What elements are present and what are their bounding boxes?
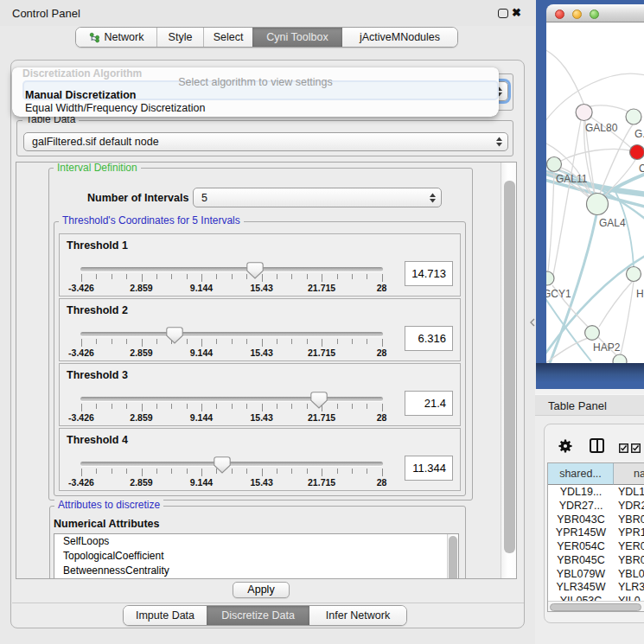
graph-node[interactable] [630, 145, 644, 160]
column-header[interactable]: na [614, 463, 644, 485]
apply-button[interactable]: Apply [233, 582, 290, 598]
graph-edge[interactable] [553, 120, 581, 275]
numerical-attributes-list[interactable]: SelfLoopsTopologicalCoefficientBetweenne… [54, 533, 459, 579]
slider-thumb[interactable] [214, 456, 231, 474]
table-cell[interactable]: YBR043C [548, 513, 614, 526]
table-cell[interactable]: YER054C [548, 540, 614, 552]
list-scrollbar-thumb[interactable] [449, 536, 457, 579]
settings-scrollbar[interactable] [501, 163, 517, 579]
tab-style[interactable]: Style [157, 28, 204, 47]
table-hscrollbar-thumb[interactable] [550, 603, 641, 611]
number-of-intervals-combo[interactable]: 5 [193, 188, 442, 207]
network-icon [89, 32, 100, 43]
graph-edge[interactable] [548, 172, 554, 271]
mode-tab-infer-network[interactable]: Infer Network [309, 606, 406, 625]
list-scrollbar[interactable] [447, 534, 458, 579]
slider-track[interactable] [80, 267, 383, 271]
tick-mark [232, 339, 233, 344]
popup-item[interactable]: Manual Discretization [12, 89, 499, 102]
graph-edge[interactable] [546, 48, 584, 105]
table-cell[interactable]: YDR27... [548, 500, 614, 512]
mode-tab-impute-data[interactable]: Impute Data [124, 606, 207, 625]
checkbox-icon[interactable] [631, 441, 641, 450]
tick-mark [112, 339, 112, 344]
slider-track[interactable] [80, 462, 383, 466]
split-view-icon[interactable] [590, 438, 604, 453]
tab-select[interactable]: Select [204, 28, 252, 47]
graph-node[interactable] [627, 267, 641, 282]
graph-node[interactable] [626, 109, 641, 124]
table-cell[interactable]: YER0 [618, 540, 644, 552]
settings-scrollbar-thumb[interactable] [504, 181, 515, 553]
tab-jactivemnodules[interactable]: jActiveMNodules [342, 28, 457, 47]
threshold-panel: Threshold 1-3.4262.8599.14415.4321.71528… [59, 233, 461, 296]
mode-tab-label: Infer Network [326, 609, 390, 622]
slider-thumb[interactable] [310, 392, 328, 409]
tick-label: 9.144 [190, 477, 213, 488]
popup-prompt[interactable]: Select algorithm to view settings [12, 76, 499, 89]
tick-label: 15.43 [250, 412, 272, 423]
tick-mark [142, 404, 143, 411]
list-item[interactable]: TopologicalCoefficient [54, 549, 458, 564]
table-cell[interactable]: YBR045C [548, 554, 614, 566]
graph-node[interactable] [585, 326, 600, 341]
float-window-icon[interactable] [498, 9, 508, 18]
graph-edge[interactable] [546, 337, 591, 363]
table-cell[interactable]: YBL0 [618, 568, 644, 580]
table-cell[interactable]: YLR3 [618, 581, 644, 593]
tick-mark [156, 339, 157, 344]
gear-icon[interactable] [558, 439, 572, 456]
tab-network[interactable]: Network [76, 28, 157, 47]
table-cell[interactable]: YPR145W [548, 526, 614, 539]
tick-mark [307, 404, 308, 409]
table-cell[interactable]: YDL1 [618, 486, 644, 498]
table-cell[interactable]: YDL19... [548, 486, 614, 498]
tick-label: 9.144 [190, 348, 213, 358]
graph-node[interactable] [547, 157, 562, 172]
tick-label: 2.859 [130, 477, 152, 488]
traffic-minimize-icon[interactable] [572, 10, 582, 19]
table-cell[interactable]: YBL079W [548, 568, 614, 580]
table-cell[interactable]: YBR0 [618, 513, 644, 526]
popup-item[interactable]: Equal Width/Frequency Discretization [12, 102, 499, 115]
tick-mark [337, 274, 338, 279]
tick-mark [112, 469, 112, 474]
graph-node[interactable] [613, 354, 627, 363]
slider-track[interactable] [80, 397, 383, 401]
tick-mark [337, 404, 338, 409]
list-item[interactable]: SelfLoops [54, 534, 458, 549]
graph-edge[interactable] [561, 150, 630, 162]
mode-tab-discretize-data[interactable]: Discretize Data [207, 606, 309, 625]
table-cell[interactable]: YBR0 [618, 554, 644, 566]
threshold-value-field[interactable]: 21.4 [405, 391, 453, 416]
threshold-value-field[interactable]: 14.713 [405, 261, 453, 286]
table-hscrollbar[interactable] [548, 601, 644, 612]
tick-mark [277, 404, 277, 409]
table-cell[interactable]: YPR1 [618, 526, 644, 539]
table-cell[interactable]: YDR2 [618, 500, 644, 512]
table-data-combo[interactable]: galFiltered.sif default node [23, 132, 508, 151]
checkbox-icon[interactable] [619, 441, 628, 450]
graph-node[interactable] [587, 194, 609, 215]
column-header[interactable]: shared... [548, 463, 614, 485]
threshold-label: Threshold 3 [67, 369, 128, 381]
graph-node[interactable] [576, 105, 592, 121]
traffic-zoom-icon[interactable] [590, 10, 599, 19]
slider-thumb[interactable] [166, 327, 183, 344]
graph-node-label: GAL4 [599, 217, 626, 229]
threshold-value-field[interactable]: 6.316 [405, 326, 453, 351]
table-cell[interactable]: YLR345W [548, 581, 614, 593]
network-canvas[interactable]: GAL80G.CGAL11GAL4GCY1HHAP2 [546, 22, 644, 363]
tab-cyni-toolbox[interactable]: Cyni Toolbox [252, 28, 342, 47]
threshold-value-field[interactable]: 11.344 [405, 456, 453, 481]
tick-mark [322, 339, 322, 347]
slider-thumb[interactable] [246, 262, 264, 279]
slider-track[interactable] [80, 332, 383, 336]
list-item[interactable]: BetweennessCentrality [54, 564, 458, 578]
splitpane-handle-icon[interactable] [529, 315, 536, 323]
traffic-close-icon[interactable] [555, 10, 564, 19]
close-icon[interactable]: ✖ [512, 6, 521, 19]
screen: Control Panel ✖ NetworkStyleSelectCyni T… [0, 0, 644, 644]
tick-mark [81, 339, 82, 347]
graph-edge[interactable] [590, 105, 629, 112]
